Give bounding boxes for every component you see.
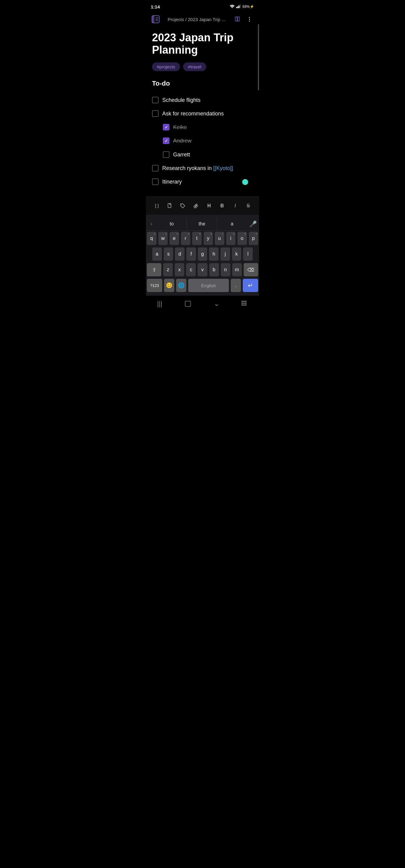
checkbox-itinerary[interactable]	[152, 179, 158, 185]
toolbar-tag-btn[interactable]	[177, 200, 189, 212]
todo-item-recommendations[interactable]: Ask for recommendations	[152, 107, 253, 121]
toolbar-heading-btn[interactable]: H	[203, 200, 215, 212]
globe-key[interactable]: 🌐	[176, 279, 186, 292]
emoji-key[interactable]: 😊	[164, 279, 174, 292]
key-z[interactable]: z	[163, 263, 173, 276]
svg-rect-2	[237, 6, 238, 8]
delete-key[interactable]: ⌫	[244, 263, 258, 276]
keyboard: › to the a 🎤 1q 2w 3e 4r 5t 6y 7u 8i 9o …	[146, 215, 259, 296]
key-u[interactable]: 7u	[215, 232, 224, 245]
key-d[interactable]: d	[175, 247, 184, 261]
status-icons: 68%⚡	[230, 4, 254, 9]
svg-rect-22	[243, 303, 244, 304]
svg-point-16	[181, 205, 182, 205]
tag-travel[interactable]: #travel	[183, 62, 206, 71]
suggestion-to[interactable]: to	[157, 217, 187, 230]
suggestion-a[interactable]: a	[217, 217, 247, 230]
key-i[interactable]: 8i	[226, 232, 236, 245]
key-r[interactable]: 4r	[181, 232, 191, 245]
todo-text-keiko: Keiko	[173, 124, 187, 131]
key-y[interactable]: 6y	[204, 232, 213, 245]
checkbox-ryokans[interactable]	[152, 165, 158, 172]
key-q[interactable]: 1q	[147, 232, 156, 245]
key-n[interactable]: n	[221, 263, 230, 276]
key-f[interactable]: f	[186, 247, 196, 261]
nav-back-icon[interactable]: |||	[157, 300, 162, 308]
kyoto-link[interactable]: [[Kyoto]]	[213, 165, 233, 171]
todo-item-itinerary[interactable]: Itinerary	[152, 175, 253, 189]
todo-item-andrew[interactable]: Andrew	[152, 134, 253, 148]
book-icon[interactable]	[232, 14, 242, 24]
key-g[interactable]: g	[198, 247, 207, 261]
status-time: 1:14	[151, 4, 160, 9]
key-w[interactable]: 2w	[158, 232, 168, 245]
toolbar-italic-btn[interactable]: I	[229, 200, 241, 212]
toolbar-page-btn[interactable]	[164, 200, 175, 212]
key-p[interactable]: 0p	[249, 232, 258, 245]
key-t[interactable]: 5t	[192, 232, 202, 245]
checkbox-garrett[interactable]	[163, 151, 170, 158]
key-row-4: ?123 😊 🌐 English . ↵	[147, 279, 258, 292]
key-x[interactable]: x	[175, 263, 184, 276]
todo-text-itinerary: Itinerary	[162, 178, 182, 186]
svg-rect-6	[152, 16, 154, 23]
editor-toolbar: [ ] H B I S	[146, 196, 259, 215]
key-b[interactable]: b	[209, 263, 219, 276]
page-title: 2023 Japan Trip Planning	[152, 31, 253, 56]
tag-projects[interactable]: #projects	[152, 62, 180, 71]
nav-grid-icon[interactable]	[241, 301, 248, 307]
svg-rect-4	[240, 4, 241, 8]
checkbox-flights[interactable]	[152, 97, 158, 103]
toolbar-attachment-btn[interactable]	[190, 200, 202, 212]
suggestion-expand-icon[interactable]: ›	[146, 217, 157, 230]
breadcrumb: Projects / 2023 Japan Trip ...	[163, 17, 230, 22]
cursor-dot	[242, 179, 248, 185]
svg-rect-1	[236, 7, 237, 8]
shift-key[interactable]: ⇧	[147, 263, 161, 276]
svg-rect-24	[241, 304, 243, 306]
more-options-icon[interactable]	[244, 14, 254, 24]
svg-text:]: ]	[157, 204, 159, 208]
key-k[interactable]: k	[232, 247, 241, 261]
key-a[interactable]: a	[152, 247, 162, 261]
todo-text-ryokans: Research ryokans in [[Kyoto]]	[162, 164, 233, 172]
svg-rect-20	[245, 301, 247, 302]
svg-point-11	[249, 19, 250, 20]
period-key[interactable]: .	[231, 279, 241, 292]
enter-key[interactable]: ↵	[243, 279, 258, 292]
key-e[interactable]: 3e	[170, 232, 179, 245]
checkbox-recommendations[interactable]	[152, 110, 158, 117]
key-j[interactable]: j	[221, 247, 230, 261]
toolbar-bold-btn[interactable]: B	[216, 200, 228, 212]
microphone-icon[interactable]: 🎤	[247, 217, 259, 230]
key-m[interactable]: m	[232, 263, 242, 276]
todo-item-keiko[interactable]: Keiko	[152, 121, 253, 134]
toolbar-bracket-btn[interactable]: [ ]	[151, 200, 163, 212]
top-nav: Projects / 2023 Japan Trip ...	[146, 12, 259, 27]
key-v[interactable]: v	[198, 263, 207, 276]
key-l[interactable]: l	[243, 247, 253, 261]
checkbox-andrew[interactable]	[163, 137, 170, 144]
svg-rect-18	[241, 301, 243, 302]
nav-down-icon[interactable]: ⌄	[214, 300, 219, 308]
toolbar-strikethrough-btn[interactable]: S	[242, 200, 254, 212]
tags-container: #projects #travel	[152, 62, 253, 71]
todo-item-ryokans[interactable]: Research ryokans in [[Kyoto]]	[152, 161, 253, 175]
svg-rect-15	[168, 204, 171, 208]
todo-text-garrett: Garrett	[173, 151, 190, 158]
sidebar-toggle-icon[interactable]	[151, 14, 161, 24]
numbers-key[interactable]: ?123	[147, 279, 162, 292]
space-key[interactable]: English	[188, 279, 229, 292]
todo-text-recommendations: Ask for recommendations	[162, 110, 224, 118]
bottom-bar: ||| ⌄	[146, 296, 259, 314]
nav-home-icon[interactable]	[184, 300, 192, 307]
todo-item-garrett[interactable]: Garrett	[152, 148, 253, 161]
key-h[interactable]: h	[209, 247, 219, 261]
checkbox-keiko[interactable]	[163, 124, 170, 130]
key-c[interactable]: c	[186, 263, 196, 276]
svg-point-10	[249, 17, 250, 18]
suggestion-the[interactable]: the	[187, 217, 217, 230]
key-o[interactable]: 9o	[237, 232, 247, 245]
todo-item-flights[interactable]: Schedule flights	[152, 93, 253, 107]
key-s[interactable]: s	[164, 247, 173, 261]
